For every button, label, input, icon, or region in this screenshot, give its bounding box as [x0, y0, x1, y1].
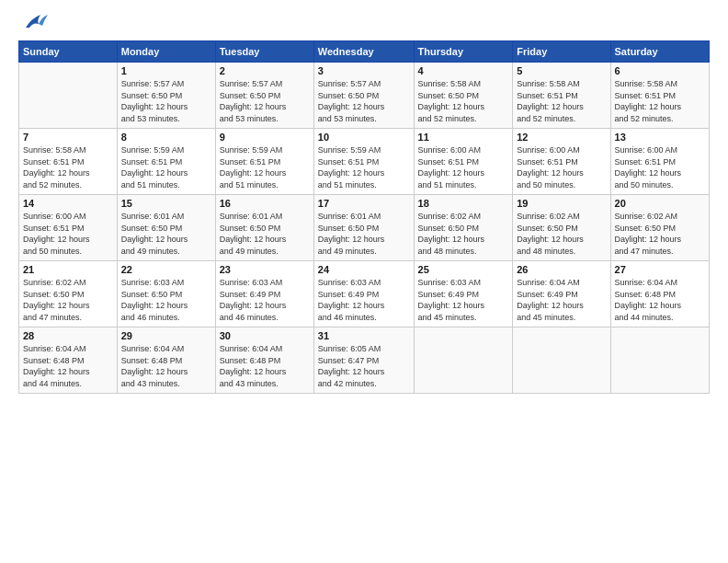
day-number: 16 — [220, 198, 310, 209]
day-info: Sunrise: 5:58 AM Sunset: 6:51 PM Dayligh… — [517, 78, 606, 124]
day-info: Sunrise: 6:04 AM Sunset: 6:48 PM Dayligh… — [23, 343, 113, 389]
day-info: Sunrise: 6:03 AM Sunset: 6:49 PM Dayligh… — [318, 277, 410, 323]
calendar-week-row: 14Sunrise: 6:00 AM Sunset: 6:51 PM Dayli… — [19, 195, 710, 261]
day-number: 11 — [418, 132, 509, 143]
day-info: Sunrise: 6:04 AM Sunset: 6:48 PM Dayligh… — [220, 343, 310, 389]
day-number: 14 — [23, 198, 113, 209]
day-info: Sunrise: 6:00 AM Sunset: 6:51 PM Dayligh… — [517, 144, 606, 190]
day-info: Sunrise: 6:05 AM Sunset: 6:47 PM Dayligh… — [318, 343, 410, 389]
day-info: Sunrise: 6:03 AM Sunset: 6:50 PM Dayligh… — [121, 277, 211, 323]
day-info: Sunrise: 5:57 AM Sunset: 6:50 PM Dayligh… — [121, 78, 211, 124]
calendar-cell: 27Sunrise: 6:04 AM Sunset: 6:48 PM Dayli… — [610, 261, 709, 327]
calendar-cell: 23Sunrise: 6:03 AM Sunset: 6:49 PM Dayli… — [215, 261, 313, 327]
day-number: 24 — [318, 264, 410, 275]
calendar-cell — [414, 327, 513, 394]
day-info: Sunrise: 6:02 AM Sunset: 6:50 PM Dayligh… — [418, 211, 509, 257]
day-number: 27 — [615, 264, 705, 275]
day-info: Sunrise: 5:57 AM Sunset: 6:50 PM Dayligh… — [220, 78, 310, 124]
calendar-header-row: SundayMondayTuesdayWednesdayThursdayFrid… — [19, 41, 710, 63]
day-number: 30 — [220, 330, 310, 341]
calendar-week-row: 1Sunrise: 5:57 AM Sunset: 6:50 PM Daylig… — [19, 63, 710, 129]
header-cell-wednesday: Wednesday — [313, 41, 414, 63]
header-cell-sunday: Sunday — [19, 41, 118, 63]
calendar-cell: 14Sunrise: 6:00 AM Sunset: 6:51 PM Dayli… — [19, 195, 118, 261]
logo — [18, 15, 48, 33]
day-number: 4 — [418, 65, 509, 76]
calendar-cell: 13Sunrise: 6:00 AM Sunset: 6:51 PM Dayli… — [610, 129, 709, 195]
header-cell-monday: Monday — [117, 41, 215, 63]
day-info: Sunrise: 6:01 AM Sunset: 6:50 PM Dayligh… — [220, 211, 310, 257]
calendar-page: SundayMondayTuesdayWednesdayThursdayFrid… — [0, 0, 728, 563]
header-cell-friday: Friday — [513, 41, 610, 63]
day-info: Sunrise: 6:00 AM Sunset: 6:51 PM Dayligh… — [23, 211, 113, 257]
calendar-cell: 4Sunrise: 5:58 AM Sunset: 6:50 PM Daylig… — [414, 63, 513, 129]
calendar-cell: 19Sunrise: 6:02 AM Sunset: 6:50 PM Dayli… — [513, 195, 610, 261]
day-info: Sunrise: 6:00 AM Sunset: 6:51 PM Dayligh… — [418, 144, 509, 190]
day-number: 17 — [318, 198, 410, 209]
calendar-cell — [513, 327, 610, 394]
day-number: 31 — [318, 330, 410, 341]
calendar-cell: 7Sunrise: 5:58 AM Sunset: 6:51 PM Daylig… — [19, 129, 118, 195]
day-number: 19 — [517, 198, 606, 209]
calendar-cell: 21Sunrise: 6:02 AM Sunset: 6:50 PM Dayli… — [19, 261, 118, 327]
header-cell-saturday: Saturday — [610, 41, 709, 63]
day-number: 23 — [220, 264, 310, 275]
day-number: 13 — [615, 132, 705, 143]
calendar-cell: 16Sunrise: 6:01 AM Sunset: 6:50 PM Dayli… — [215, 195, 313, 261]
day-number: 7 — [23, 132, 113, 143]
day-info: Sunrise: 5:57 AM Sunset: 6:50 PM Dayligh… — [318, 78, 410, 124]
day-info: Sunrise: 5:59 AM Sunset: 6:51 PM Dayligh… — [121, 144, 211, 190]
day-info: Sunrise: 5:59 AM Sunset: 6:51 PM Dayligh… — [220, 144, 310, 190]
calendar-cell: 24Sunrise: 6:03 AM Sunset: 6:49 PM Dayli… — [313, 261, 414, 327]
day-info: Sunrise: 6:02 AM Sunset: 6:50 PM Dayligh… — [615, 211, 705, 257]
day-number: 29 — [121, 330, 211, 341]
day-number: 1 — [121, 65, 211, 76]
calendar-cell: 31Sunrise: 6:05 AM Sunset: 6:47 PM Dayli… — [313, 327, 414, 394]
calendar-cell: 28Sunrise: 6:04 AM Sunset: 6:48 PM Dayli… — [19, 327, 118, 394]
calendar-cell: 10Sunrise: 5:59 AM Sunset: 6:51 PM Dayli… — [313, 129, 414, 195]
day-number: 6 — [615, 65, 705, 76]
calendar-cell: 11Sunrise: 6:00 AM Sunset: 6:51 PM Dayli… — [414, 129, 513, 195]
calendar-cell: 1Sunrise: 5:57 AM Sunset: 6:50 PM Daylig… — [117, 63, 215, 129]
day-number: 10 — [318, 132, 410, 143]
day-info: Sunrise: 6:03 AM Sunset: 6:49 PM Dayligh… — [220, 277, 310, 323]
calendar-week-row: 21Sunrise: 6:02 AM Sunset: 6:50 PM Dayli… — [19, 261, 710, 327]
day-info: Sunrise: 6:04 AM Sunset: 6:48 PM Dayligh… — [615, 277, 705, 323]
day-number: 26 — [517, 264, 606, 275]
calendar-week-row: 28Sunrise: 6:04 AM Sunset: 6:48 PM Dayli… — [19, 327, 710, 394]
day-number: 22 — [121, 264, 211, 275]
calendar-cell: 18Sunrise: 6:02 AM Sunset: 6:50 PM Dayli… — [414, 195, 513, 261]
day-info: Sunrise: 6:01 AM Sunset: 6:50 PM Dayligh… — [318, 211, 410, 257]
day-info: Sunrise: 6:04 AM Sunset: 6:49 PM Dayligh… — [517, 277, 606, 323]
day-number: 8 — [121, 132, 211, 143]
day-number: 18 — [418, 198, 509, 209]
calendar-cell: 25Sunrise: 6:03 AM Sunset: 6:49 PM Dayli… — [414, 261, 513, 327]
day-number: 5 — [517, 65, 606, 76]
day-number: 3 — [318, 65, 410, 76]
day-number: 20 — [615, 198, 705, 209]
calendar-cell — [19, 63, 118, 129]
day-info: Sunrise: 6:04 AM Sunset: 6:48 PM Dayligh… — [121, 343, 211, 389]
header — [18, 15, 710, 33]
calendar-cell: 17Sunrise: 6:01 AM Sunset: 6:50 PM Dayli… — [313, 195, 414, 261]
day-info: Sunrise: 5:58 AM Sunset: 6:50 PM Dayligh… — [418, 78, 509, 124]
day-info: Sunrise: 5:59 AM Sunset: 6:51 PM Dayligh… — [318, 144, 410, 190]
day-number: 12 — [517, 132, 606, 143]
day-info: Sunrise: 6:01 AM Sunset: 6:50 PM Dayligh… — [121, 211, 211, 257]
calendar-cell: 9Sunrise: 5:59 AM Sunset: 6:51 PM Daylig… — [215, 129, 313, 195]
calendar-cell: 30Sunrise: 6:04 AM Sunset: 6:48 PM Dayli… — [215, 327, 313, 394]
day-info: Sunrise: 6:02 AM Sunset: 6:50 PM Dayligh… — [517, 211, 606, 257]
calendar-cell: 12Sunrise: 6:00 AM Sunset: 6:51 PM Dayli… — [513, 129, 610, 195]
day-info: Sunrise: 6:03 AM Sunset: 6:49 PM Dayligh… — [418, 277, 509, 323]
day-info: Sunrise: 5:58 AM Sunset: 6:51 PM Dayligh… — [615, 78, 705, 124]
header-cell-thursday: Thursday — [414, 41, 513, 63]
day-number: 21 — [23, 264, 113, 275]
day-info: Sunrise: 6:00 AM Sunset: 6:51 PM Dayligh… — [615, 144, 705, 190]
calendar-cell: 8Sunrise: 5:59 AM Sunset: 6:51 PM Daylig… — [117, 129, 215, 195]
day-number: 28 — [23, 330, 113, 341]
calendar-cell: 26Sunrise: 6:04 AM Sunset: 6:49 PM Dayli… — [513, 261, 610, 327]
calendar-week-row: 7Sunrise: 5:58 AM Sunset: 6:51 PM Daylig… — [19, 129, 710, 195]
day-number: 9 — [220, 132, 310, 143]
calendar-cell: 20Sunrise: 6:02 AM Sunset: 6:50 PM Dayli… — [610, 195, 709, 261]
day-info: Sunrise: 6:02 AM Sunset: 6:50 PM Dayligh… — [23, 277, 113, 323]
